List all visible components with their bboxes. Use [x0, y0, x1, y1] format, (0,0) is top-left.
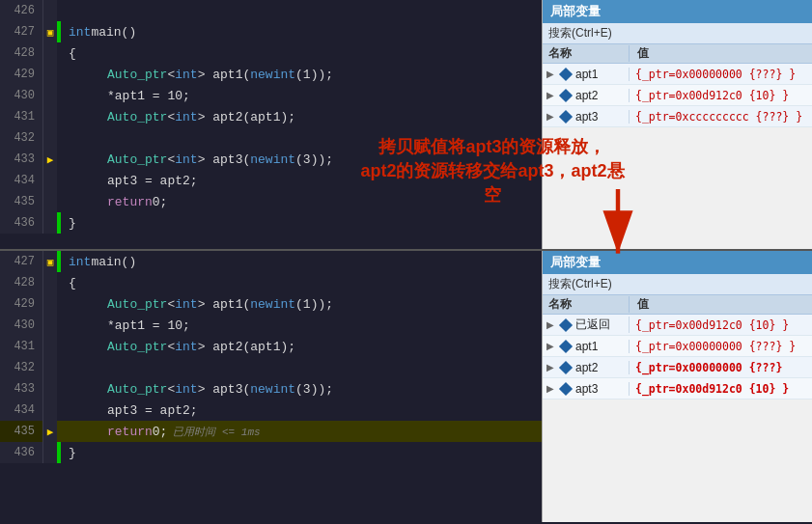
line-number: 434 — [0, 400, 43, 421]
code-line-435: 435▶return 0;已用时间 <= 1ms — [0, 421, 542, 442]
top-panel: 426427▣int main()428{429Auto_ptr<int> ap… — [0, 0, 812, 251]
line-number: 426 — [0, 0, 43, 21]
line-number: 427 — [0, 21, 43, 42]
code-content: Auto_ptr<int> apt3(new int(3)); — [61, 378, 337, 400]
bottom-locals-title: 局部变量 — [543, 251, 812, 274]
expand-arrow-icon[interactable]: ▶ — [546, 383, 556, 394]
locals-row-name: ▶apt1 — [543, 68, 630, 81]
locals-row-value: {_ptr=0x00000000 {???} } — [630, 340, 812, 353]
locals-row-name: ▶apt3 — [543, 382, 630, 396]
top-locals-search[interactable]: 搜索(Ctrl+E) — [543, 23, 812, 44]
line-number: 427 — [0, 251, 43, 272]
bottom-col-val-header: 值 — [630, 296, 812, 313]
line-number: 431 — [0, 106, 43, 127]
code-line-427: 427▣int main() — [0, 251, 542, 272]
code-line-436: 436} — [0, 212, 542, 234]
line-indicator — [43, 85, 57, 106]
line-indicator: ▣ — [43, 251, 57, 272]
code-content: return 0; — [61, 191, 171, 212]
code-content: Auto_ptr<int> apt2(apt1); — [61, 106, 299, 127]
expand-arrow-icon[interactable]: ▶ — [546, 69, 556, 79]
code-line-433: 433▶Auto_ptr<int> apt3(new int(3)); — [0, 149, 542, 170]
variable-name: apt1 — [575, 340, 598, 353]
code-content: Auto_ptr<int> apt1(new int(1)); — [61, 64, 337, 85]
expand-arrow-icon[interactable]: ▶ — [546, 341, 556, 351]
bottom-locals-header: 名称 值 — [543, 295, 812, 315]
locals-row-name: ▶apt3 — [543, 110, 630, 124]
line-number: 432 — [0, 357, 43, 378]
bottom-panel: 427▣int main()428{429Auto_ptr<int> apt1(… — [0, 251, 812, 522]
line-number: 435 — [0, 191, 43, 212]
variable-icon — [559, 317, 573, 331]
variable-name: apt2 — [575, 89, 598, 102]
line-indicator — [43, 272, 57, 293]
locals-row: ▶apt3{_ptr=0x00d912c0 {10} } — [543, 378, 812, 400]
locals-row: ▶已返回{_ptr=0x00d912c0 {10} } — [543, 315, 812, 336]
line-indicator — [43, 0, 57, 21]
line-number: 434 — [0, 170, 43, 191]
variable-icon — [559, 88, 573, 101]
line-indicator: ▶ — [43, 421, 57, 442]
bottom-locals-panel: 局部变量 搜索(Ctrl+E) 名称 值 ▶已返回{_ptr=0x00d912c… — [542, 251, 812, 522]
code-line-429: 429Auto_ptr<int> apt1(new int(1)); — [0, 293, 542, 315]
top-locals-rows: ▶apt1{_ptr=0x00000000 {???} }▶apt2{_ptr=… — [543, 64, 812, 127]
code-line-432: 432 — [0, 357, 542, 378]
line-number: 429 — [0, 293, 43, 315]
code-content: { — [61, 42, 80, 64]
code-content: *apt1 = 10; — [61, 85, 194, 106]
line-indicator — [43, 64, 57, 85]
code-line-434: 434apt3 = apt2; — [0, 400, 542, 421]
variable-name: apt3 — [575, 110, 598, 124]
line-indicator: ▶ — [43, 149, 57, 170]
line-number: 430 — [0, 315, 43, 336]
line-indicator — [43, 400, 57, 421]
expand-arrow-icon[interactable]: ▶ — [546, 319, 556, 330]
locals-row-name: ▶apt2 — [543, 89, 630, 102]
code-line-435: 435return 0; — [0, 191, 542, 212]
variable-icon — [559, 67, 573, 80]
bottom-locals-search[interactable]: 搜索(Ctrl+E) — [543, 274, 812, 295]
line-number: 432 — [0, 127, 43, 149]
expand-arrow-icon[interactable]: ▶ — [546, 111, 556, 122]
code-content: int main() — [61, 21, 140, 42]
line-number: 429 — [0, 64, 43, 85]
code-content: int main() — [61, 251, 140, 272]
expand-arrow-icon[interactable]: ▶ — [546, 90, 556, 100]
code-content — [61, 127, 72, 149]
code-content: Auto_ptr<int> apt2(apt1); — [61, 336, 299, 357]
locals-row: ▶apt2{_ptr=0x00d912c0 {10} } — [543, 85, 812, 106]
line-indicator — [43, 378, 57, 400]
variable-name: apt2 — [575, 361, 598, 374]
line-indicator — [43, 127, 57, 149]
time-hint: 已用时间 <= 1ms — [173, 425, 260, 439]
variable-name: 已返回 — [575, 317, 610, 333]
code-content — [61, 0, 72, 21]
code-content: { — [61, 272, 80, 293]
code-content: *apt1 = 10; — [61, 315, 194, 336]
expand-arrow-icon[interactable]: ▶ — [546, 362, 556, 372]
code-content: apt3 = apt2; — [61, 170, 202, 191]
code-content: } — [61, 212, 80, 234]
line-number: 433 — [0, 149, 43, 170]
line-indicator: ▣ — [43, 21, 57, 42]
line-indicator — [43, 191, 57, 212]
code-line-431: 431Auto_ptr<int> apt2(apt1); — [0, 106, 542, 127]
code-line-428: 428{ — [0, 272, 542, 293]
variable-name: apt3 — [575, 382, 598, 396]
top-col-val-header: 值 — [630, 45, 812, 62]
line-number: 433 — [0, 378, 43, 400]
line-number: 435 — [0, 421, 43, 442]
top-col-name-header: 名称 — [543, 45, 630, 62]
locals-row-name: ▶已返回 — [543, 317, 630, 333]
line-indicator — [43, 106, 57, 127]
locals-row-name: ▶apt2 — [543, 361, 630, 374]
locals-row-name: ▶apt1 — [543, 340, 630, 353]
locals-row: ▶apt1{_ptr=0x00000000 {???} } — [543, 336, 812, 357]
code-content: return 0;已用时间 <= 1ms — [61, 421, 265, 442]
code-line-436: 436} — [0, 442, 542, 463]
locals-row: ▶apt3{_ptr=0xccccccccc {???} } — [543, 106, 812, 127]
code-line-426: 426 — [0, 0, 542, 21]
code-line-431: 431Auto_ptr<int> apt2(apt1); — [0, 336, 542, 357]
top-locals-title: 局部变量 — [543, 0, 812, 23]
code-content: apt3 = apt2; — [61, 400, 202, 421]
